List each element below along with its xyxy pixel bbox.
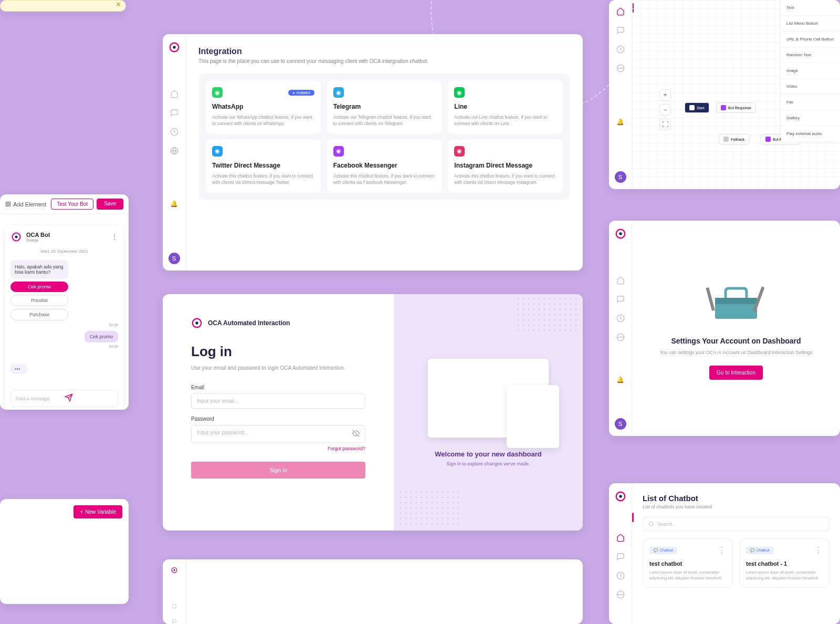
email-field[interactable]: Input your email... xyxy=(191,393,365,409)
menu-item[interactable]: URL & Phone Call Button xyxy=(781,32,840,47)
welcome-subtitle: Sign in to explore changes we've made. xyxy=(447,461,530,466)
home-icon[interactable] xyxy=(616,534,625,542)
svg-rect-1 xyxy=(8,202,10,203)
dashboard-preview xyxy=(428,359,549,438)
plus-icon: + xyxy=(80,509,83,515)
new-variable-button[interactable]: + New Variable xyxy=(74,505,122,518)
logo-icon xyxy=(191,317,203,329)
password-label: Password xyxy=(191,416,365,422)
bell-icon[interactable]: 🔔 xyxy=(170,200,178,207)
search-input[interactable]: Search... xyxy=(643,517,830,531)
clock-icon[interactable] xyxy=(616,571,625,580)
msg-time: 09:00 xyxy=(10,342,118,348)
test-bot-button[interactable]: Test Your Bot xyxy=(51,199,93,210)
sidebar: 🔔 S xyxy=(609,0,632,189)
more-icon[interactable]: ⋮ xyxy=(718,545,726,555)
svg-point-26 xyxy=(649,522,653,525)
fallback-node[interactable]: Fallback xyxy=(719,134,749,144)
integration-card[interactable]: ◉LineActivate our Line chatbot feature, … xyxy=(448,81,563,133)
page-subtitle: List of chatbots you have created xyxy=(643,504,830,509)
svg-point-28 xyxy=(173,569,175,571)
card-desc: Activate our Line chatbot feature, if yo… xyxy=(454,115,556,127)
card-desc: Activate this chatbot feature, if you wa… xyxy=(333,173,436,186)
clock-icon[interactable] xyxy=(616,45,625,54)
more-icon[interactable]: ⋮ xyxy=(814,545,823,555)
fullscreen-button[interactable]: ⛶ xyxy=(659,119,671,130)
settings-desc: You can settings your OCA AI Account on … xyxy=(660,349,813,356)
card-desc: Activate this chatbot feature, if you wa… xyxy=(454,173,556,186)
chat-icon[interactable] xyxy=(170,109,178,117)
globe-icon[interactable] xyxy=(170,147,178,155)
integration-card[interactable]: ◉TelegramActivate our Telegram chatbot f… xyxy=(327,81,442,133)
alert-bar: ✕ xyxy=(0,0,126,12)
svg-rect-0 xyxy=(6,202,7,203)
zoom-in-button[interactable]: + xyxy=(659,89,671,101)
globe-icon[interactable] xyxy=(616,64,625,72)
start-node[interactable]: Start xyxy=(685,102,709,113)
save-button[interactable]: Save xyxy=(97,199,123,210)
menu-item[interactable]: Gallery xyxy=(781,110,840,126)
signin-button[interactable]: Sign in xyxy=(191,462,365,479)
svg-rect-20 xyxy=(706,287,715,311)
bot-status: Online xyxy=(26,238,50,243)
bot-response-node[interactable]: Bot Response xyxy=(716,102,756,113)
menu-item[interactable]: Image xyxy=(781,63,840,79)
integration-card[interactable]: ◉Twitter Direct MessageActivate this cha… xyxy=(206,140,321,192)
flow-builder-screen: 🔔 S + − ⛶ Start Bot Response Fallback Bo… xyxy=(609,0,840,189)
eye-off-icon[interactable] xyxy=(352,430,360,438)
menu-item[interactable]: Video xyxy=(781,79,840,95)
quick-reply-pricelist[interactable]: Pricelist xyxy=(10,295,68,306)
clock-icon[interactable] xyxy=(170,128,178,136)
user-avatar[interactable]: S xyxy=(615,418,626,430)
close-icon[interactable]: ✕ xyxy=(116,1,121,8)
go-to-interaction-button[interactable]: Go to Interaction xyxy=(709,366,763,380)
card-desc: Activate our WhatsApp chatbot feature, i… xyxy=(212,115,314,127)
card-desc: Activate our Telegram chatbot feature, i… xyxy=(333,115,436,127)
zoom-out-button[interactable]: − xyxy=(659,104,671,116)
integration-card[interactable]: ◉Facebook MessengerActivate this chatbot… xyxy=(327,140,442,192)
quick-reply-purchase[interactable]: Purchase xyxy=(10,309,68,320)
email-label: Email xyxy=(191,384,365,390)
chat-icon[interactable] xyxy=(616,553,625,561)
menu-item[interactable]: File xyxy=(781,95,840,110)
bell-icon[interactable]: 🔔 xyxy=(616,376,624,383)
sidebar xyxy=(163,559,186,624)
more-icon[interactable]: ⋮ xyxy=(111,233,118,241)
send-icon[interactable] xyxy=(65,393,114,403)
element-menu: TextList Menu ButtonURL & Phone Call But… xyxy=(781,0,840,142)
clock-icon[interactable] xyxy=(616,314,625,323)
svg-rect-3 xyxy=(8,204,10,206)
forgot-password-link[interactable]: Forgot password? xyxy=(191,446,365,451)
welcome-title: Welcome to your new dashboard xyxy=(435,450,541,458)
globe-icon[interactable] xyxy=(616,590,625,599)
user-avatar[interactable]: S xyxy=(615,171,626,183)
chatbot-card[interactable]: 💬Chatbot⋮test chatbot - 1Lorem ipsum dol… xyxy=(739,538,830,588)
user-reply: Cek promo xyxy=(85,331,118,342)
add-element-button[interactable]: Add Element xyxy=(5,201,46,207)
sidebar: 🔔 S xyxy=(609,221,632,436)
svg-rect-2 xyxy=(6,204,7,206)
home-icon[interactable] xyxy=(170,90,178,98)
chat-input[interactable]: Start a message xyxy=(10,390,118,407)
chat-icon[interactable] xyxy=(616,295,625,304)
home-icon[interactable] xyxy=(616,276,625,285)
menu-item[interactable]: Play external audio xyxy=(781,126,840,142)
settings-screen: 🔔 S Settings Your Account on Dashboard Y… xyxy=(609,221,840,436)
bot-message: Halo, apakah ada yang bisa kami bantu? xyxy=(10,260,68,279)
menu-item[interactable]: Text xyxy=(781,0,840,16)
integration-card[interactable]: ◉●InstalledWhatsAppActivate our WhatsApp… xyxy=(206,81,321,133)
login-screen: OCA Automated Interaction Log in Use you… xyxy=(163,294,583,531)
chatbot-card[interactable]: 💬Chatbot⋮test chatbotLorem ipsum dolor s… xyxy=(643,538,733,588)
quick-reply-promo[interactable]: Cek promo xyxy=(10,282,68,292)
menu-item[interactable]: Random Text xyxy=(781,47,840,63)
installed-badge: ●Installed xyxy=(288,90,314,96)
chat-icon[interactable] xyxy=(616,26,625,35)
home-icon[interactable] xyxy=(616,7,625,16)
user-avatar[interactable]: S xyxy=(169,253,180,264)
menu-item[interactable]: List Menu Button xyxy=(781,16,840,32)
password-field[interactable]: Input your password... xyxy=(191,425,365,443)
bell-icon[interactable]: 🔔 xyxy=(616,118,624,126)
integration-card[interactable]: ◉Instagram Direct MessageActivate this c… xyxy=(448,140,563,192)
logo-icon xyxy=(615,228,626,240)
globe-icon[interactable] xyxy=(616,333,625,341)
